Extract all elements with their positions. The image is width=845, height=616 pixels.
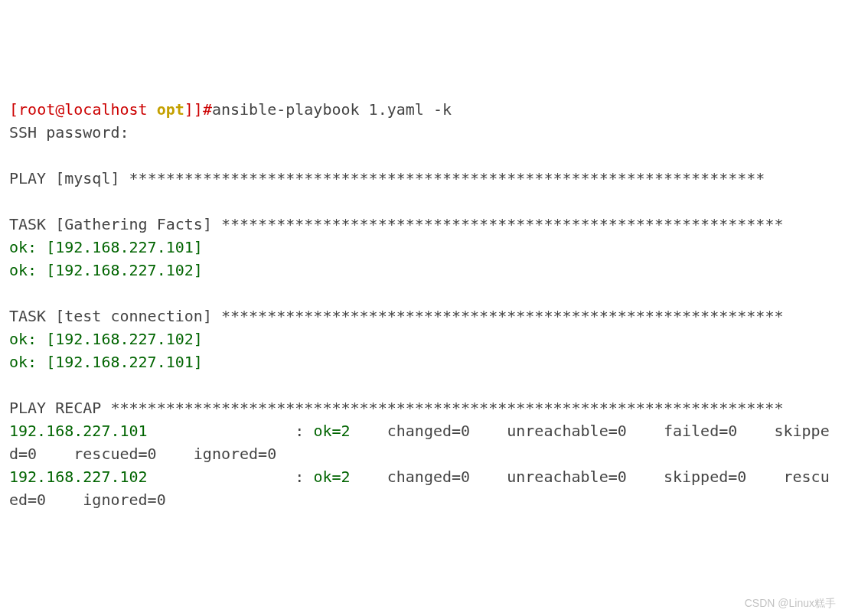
recap-ok-2: ok=2 (313, 468, 350, 486)
recap-row-2: 192.168.227.102 : ok=2 changed=0 unreach… (9, 468, 830, 509)
prompt-sep (148, 100, 157, 119)
ssh-password-label: SSH password: (9, 123, 129, 142)
recap-row-1: 192.168.227.101 : ok=2 changed=0 unreach… (9, 422, 830, 463)
prompt-userhost: root@localhost (18, 100, 148, 119)
terminal-output: [root@localhost opt]]#ansible-playbook 1… (9, 98, 836, 511)
recap-host-1: 192.168.227.101 (9, 422, 148, 440)
task-test-ok-1: ok: [192.168.227.102] (9, 330, 203, 348)
task-gather-ok-2: ok: [192.168.227.102] (9, 261, 203, 279)
task-gather-ok-1: ok: [192.168.227.101] (9, 238, 203, 256)
recap-header: PLAY RECAP *****************************… (9, 399, 783, 417)
command-text: ansible-playbook 1.yaml -k (212, 100, 452, 119)
task-test-ok-2: ok: [192.168.227.101] (9, 353, 203, 371)
watermark: CSDN @Linux糕手 (745, 595, 836, 611)
recap-host-2: 192.168.227.102 (9, 468, 148, 486)
task-test-header: TASK [test connection] *****************… (9, 307, 783, 325)
recap-ok-1: ok=2 (313, 422, 350, 440)
prompt-cwd: opt (157, 100, 184, 119)
play-header: PLAY [mysql] ***************************… (9, 169, 765, 187)
prompt-close: ]]# (184, 100, 212, 119)
prompt-open: [ (9, 100, 18, 119)
task-gather-header: TASK [Gathering Facts] *****************… (9, 215, 783, 233)
